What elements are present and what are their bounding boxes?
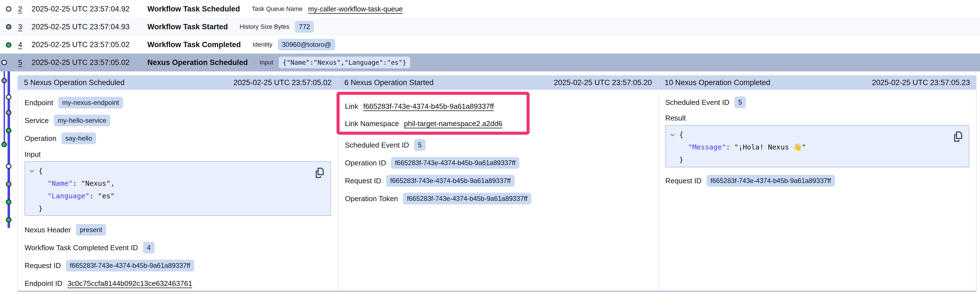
event-name: Workflow Task Started bbox=[147, 22, 228, 31]
chevron-down-icon[interactable] bbox=[670, 128, 679, 141]
panel-header: 6 Nexus Operation Started 2025-02-25 UTC… bbox=[338, 75, 658, 90]
timeline-dot bbox=[2, 142, 7, 147]
timeline-dot bbox=[6, 42, 11, 48]
timeline-dot bbox=[2, 60, 7, 65]
event-group-detail: 5 Nexus Operation Scheduled 2025-02-25 U… bbox=[17, 75, 977, 292]
scheduled-event-id-badge: 5 bbox=[414, 139, 426, 151]
event-attr-label: Input bbox=[259, 59, 273, 66]
input-json-badge: {"Name":"Nexus","Language":"es"} bbox=[279, 57, 410, 68]
event-id-link[interactable]: 4 bbox=[18, 40, 32, 49]
event-timestamp: 2025-02-25 UTC 23:57:04.93 bbox=[32, 22, 147, 31]
timeline-dot bbox=[6, 6, 11, 12]
timeline-dot bbox=[6, 217, 11, 222]
operation-id-badge: f665283f-743e-4374-b45b-9a61a89337ff bbox=[391, 157, 519, 169]
panel-nexus-operation-completed: 10 Nexus Operation Completed 2025-02-25 … bbox=[658, 75, 976, 291]
timeline-dot bbox=[6, 199, 11, 205]
copy-icon[interactable] bbox=[313, 166, 325, 179]
panel-header: 10 Nexus Operation Completed 2025-02-25 … bbox=[659, 75, 976, 90]
event-attr-label: Identity bbox=[253, 41, 272, 48]
event-timestamp: 2025-02-25 UTC 23:57:05.02 bbox=[32, 40, 147, 49]
field-endpoint: Endpoint my-nexus-endpoint bbox=[25, 94, 331, 111]
event-id-link[interactable]: 3 bbox=[18, 22, 32, 31]
input-section-label: Input bbox=[25, 147, 331, 161]
field-scheduled-event-id: Scheduled Event ID 5 bbox=[665, 94, 969, 111]
field-operation-id: Operation ID f665283f-743e-4374-b45b-9a6… bbox=[345, 154, 651, 172]
chevron-down-icon[interactable] bbox=[29, 165, 38, 177]
result-json-viewer: { "Message": "¡Hola! Nexus 👋" } bbox=[665, 125, 969, 167]
panel-header: 5 Nexus Operation Scheduled 2025-02-25 U… bbox=[18, 75, 338, 90]
panel-nexus-operation-scheduled: 5 Nexus Operation Scheduled 2025-02-25 U… bbox=[18, 75, 338, 291]
operation-badge: say-hello bbox=[61, 132, 96, 144]
attr-value-badge: 772 bbox=[295, 21, 314, 33]
link-namespace-link[interactable]: phil-target-namespace2.a2dd6 bbox=[404, 119, 503, 128]
input-json-viewer: { "Name": "Nexus", "Language": "es" } bbox=[25, 161, 331, 216]
event-attr-label: History Size Bytes bbox=[240, 23, 290, 30]
timeline-dot bbox=[6, 24, 11, 30]
event-row-5-selected[interactable]: 5 2025-02-25 UTC 23:57:05.02 Nexus Opera… bbox=[0, 54, 980, 72]
panel-timestamp: 2025-02-25 UTC 23:57:05.20 bbox=[554, 78, 652, 87]
request-id-badge: f665283f-743e-4374-b45b-9a61a89337ff bbox=[386, 175, 515, 187]
field-nexus-header: Nexus Header present bbox=[25, 221, 331, 239]
timeline-dot bbox=[6, 110, 11, 116]
event-timestamp: 2025-02-25 UTC 23:57:05.02 bbox=[32, 58, 147, 67]
timeline-dot bbox=[6, 128, 11, 133]
event-id-badge: 4 bbox=[143, 242, 154, 254]
field-request-id: Request ID f665283f-743e-4374-b45b-9a61a… bbox=[665, 172, 969, 190]
field-scheduled-event-id: Scheduled Event ID 5 bbox=[345, 136, 651, 154]
panel-nexus-operation-started: 6 Nexus Operation Started 2025-02-25 UTC… bbox=[338, 75, 658, 291]
field-request-id: Request ID f665283f-743e-4374-b45b-9a61a… bbox=[345, 172, 651, 190]
timeline-dot bbox=[2, 78, 7, 83]
event-name: Workflow Task Completed bbox=[147, 40, 241, 49]
event-attr-label: Task Queue Name bbox=[252, 5, 302, 13]
field-operation: Operation say-hello bbox=[25, 129, 331, 147]
field-request-id: Request ID f665283f-743e-4374-b45b-9a61a… bbox=[25, 257, 331, 275]
timeline-dot bbox=[6, 95, 11, 100]
scheduled-event-id-badge: 5 bbox=[735, 97, 746, 108]
endpoint-badge: my-nexus-endpoint bbox=[58, 97, 123, 108]
event-id-link[interactable]: 5 bbox=[18, 58, 32, 67]
endpoint-id-link[interactable]: 3c0c75ccfa8144b092c13ce632463761 bbox=[68, 279, 192, 288]
event-row-2[interactable]: 2 2025-02-25 UTC 23:57:04.92 Workflow Ta… bbox=[0, 0, 980, 18]
event-row-3[interactable]: 3 2025-02-25 UTC 23:57:04.93 Workflow Ta… bbox=[0, 18, 980, 36]
event-timestamp: 2025-02-25 UTC 23:57:04.92 bbox=[32, 5, 147, 13]
nexus-header-badge: present bbox=[76, 224, 106, 236]
event-id-link[interactable]: 2 bbox=[18, 5, 32, 13]
field-link: Link f665283f-743e-4374-b45b-9a61a89337f… bbox=[345, 98, 651, 115]
request-id-badge: f665283f-743e-4374-b45b-9a61a89337ff bbox=[706, 175, 835, 187]
field-wft-completed-event-id: Workflow Task Completed Event ID 4 bbox=[25, 239, 331, 257]
timeline-branch-line bbox=[4, 62, 5, 145]
copy-icon[interactable] bbox=[952, 130, 964, 143]
panel-timestamp: 2025-02-25 UTC 23:57:05.02 bbox=[234, 78, 331, 87]
event-history-list: 2 2025-02-25 UTC 23:57:04.92 Workflow Ta… bbox=[0, 0, 980, 72]
link-workflow-link[interactable]: f665283f-743e-4374-b45b-9a61a89337ff bbox=[363, 102, 494, 111]
result-section-label: Result bbox=[665, 111, 969, 125]
operation-token-badge: f665283f-743e-4374-b45b-9a61a89337ff bbox=[403, 193, 531, 205]
panel-timestamp: 2025-02-25 UTC 23:57:05.23 bbox=[872, 78, 970, 87]
panel-title: 5 Nexus Operation Scheduled bbox=[24, 78, 124, 87]
task-queue-link[interactable]: my-caller-workflow-task-queue bbox=[308, 5, 402, 13]
service-badge: my-hello-service bbox=[54, 114, 110, 126]
timeline-dot bbox=[6, 181, 11, 187]
panel-title: 10 Nexus Operation Completed bbox=[665, 78, 770, 87]
timeline-dot bbox=[6, 164, 11, 169]
panel-title: 6 Nexus Operation Started bbox=[344, 78, 434, 87]
field-endpoint-id: Endpoint ID 3c0c75ccfa8144b092c13ce63246… bbox=[25, 275, 331, 292]
field-operation-token: Operation Token f665283f-743e-4374-b45b-… bbox=[345, 190, 651, 208]
field-link-namespace: Link Namespace phil-target-namespace2.a2… bbox=[345, 115, 651, 132]
event-row-4[interactable]: 4 2025-02-25 UTC 23:57:05.02 Workflow Ta… bbox=[0, 36, 980, 54]
event-name: Workflow Task Scheduled bbox=[147, 5, 240, 13]
request-id-badge: f665283f-743e-4374-b45b-9a61a89337ff bbox=[66, 260, 194, 272]
attr-value-badge: 30960@totoro@ bbox=[278, 39, 335, 51]
field-service: Service my-hello-service bbox=[25, 111, 331, 129]
event-name: Nexus Operation Scheduled bbox=[147, 58, 248, 67]
